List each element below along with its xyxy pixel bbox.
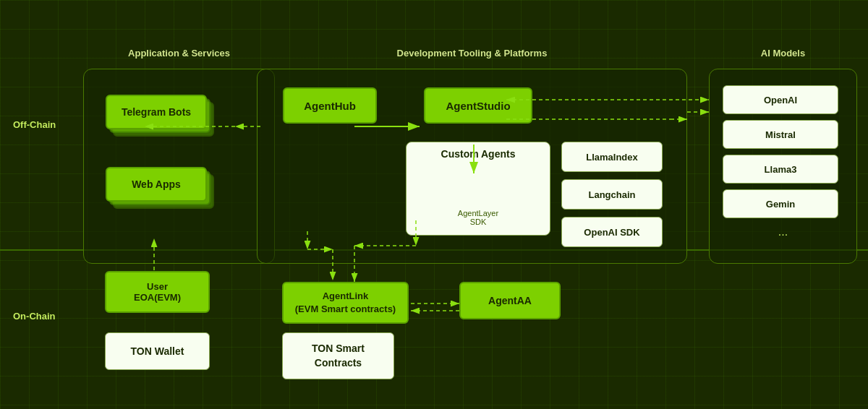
arrows-layer [0, 0, 868, 409]
